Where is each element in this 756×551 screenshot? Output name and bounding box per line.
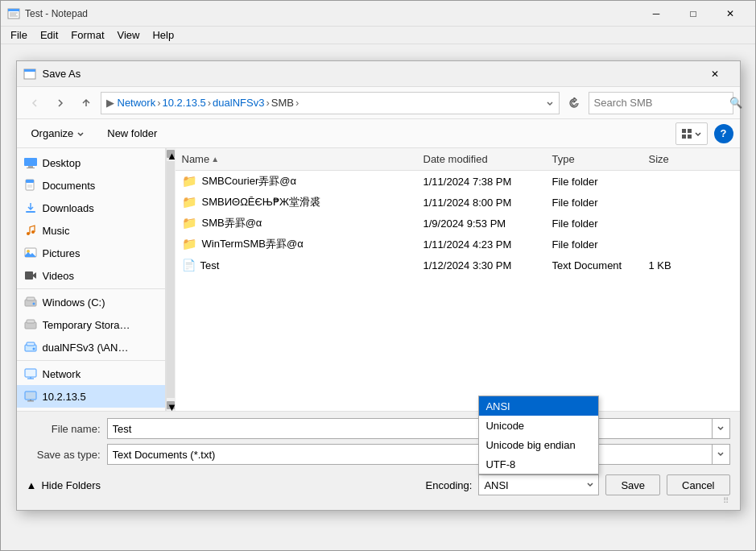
computer-icon: [23, 389, 38, 404]
close-button[interactable]: ✕: [712, 1, 749, 27]
new-folder-button[interactable]: New folder: [99, 122, 165, 145]
svg-rect-28: [27, 320, 35, 323]
maximize-button[interactable]: □: [675, 1, 712, 27]
svg-rect-12: [28, 166, 33, 168]
sidebar-item-dualnfsv3[interactable]: dualNFSv3 (\AN…: [17, 336, 165, 358]
table-row[interactable]: 📁SMB弄罫@α 1/9/2024 9:53 PM File folder: [176, 213, 740, 234]
table-row[interactable]: 📁SMBИΘΩĒЄЊ₱Ж堂滑裘 1/11/2024 8:00 PM File f…: [176, 192, 740, 213]
col-header-name[interactable]: Name ▲: [182, 153, 423, 165]
scroll-down[interactable]: ▼: [167, 401, 175, 409]
savetype-wrapper: [107, 444, 730, 465]
search-input[interactable]: [594, 97, 729, 109]
sidebar-item-documents[interactable]: Documents: [17, 174, 165, 197]
savetype-label: Save as type:: [27, 449, 107, 461]
encoding-select-wrapper: ANSI ANSI Unicode Unicode big endian UTF…: [478, 474, 599, 495]
file-list-header: Name ▲ Date modified Type Size: [176, 148, 740, 171]
bottom-row: ▲ Hide Folders Encoding: ANSI: [27, 470, 730, 497]
folder-icon: 📁: [182, 237, 197, 251]
nav-back-button[interactable]: [23, 92, 46, 114]
svg-rect-18: [26, 211, 35, 213]
encoding-area: Encoding: ANSI ANSI Unicode Unicode big …: [426, 474, 730, 495]
encoding-option-ansi[interactable]: ANSI: [479, 396, 598, 416]
menu-file[interactable]: File: [4, 27, 34, 43]
nav-refresh-button[interactable]: [563, 92, 585, 114]
encoding-option-utf8[interactable]: UTF-8: [479, 454, 598, 474]
help-button[interactable]: ?: [714, 124, 733, 143]
main-area: Desktop Documents Downloads: [17, 148, 740, 411]
pictures-icon: [23, 246, 38, 260]
col-header-size[interactable]: Size: [649, 153, 713, 165]
resize-handle[interactable]: ⠿: [27, 497, 730, 503]
sidebar-item-downloads[interactable]: Downloads: [17, 197, 165, 219]
minimize-button[interactable]: ─: [638, 1, 675, 27]
organize-button[interactable]: Organize: [23, 122, 93, 145]
cancel-button[interactable]: Cancel: [667, 474, 729, 495]
menu-edit[interactable]: Edit: [34, 27, 64, 43]
sidebar-label-ip: 10.2.13.5: [43, 391, 86, 403]
nav-up-button[interactable]: [75, 92, 97, 114]
svg-rect-32: [25, 369, 36, 377]
drive-icon: [23, 295, 38, 309]
filename-dropdown-button[interactable]: [713, 418, 730, 439]
breadcrumb-network[interactable]: Network: [118, 97, 156, 109]
nav-forward-button[interactable]: [49, 92, 72, 114]
sidebar-label-downloads: Downloads: [43, 202, 94, 214]
sidebar-item-temp-storage[interactable]: Temporary Stora…: [17, 313, 165, 336]
save-button[interactable]: Save: [605, 474, 660, 495]
search-icon: 🔍: [729, 97, 742, 109]
sidebar-label-network: Network: [43, 368, 81, 380]
encoding-select-button[interactable]: ANSI: [478, 474, 599, 495]
savetype-input[interactable]: [107, 444, 713, 465]
svg-point-26: [32, 303, 35, 305]
sidebar-item-network[interactable]: Network: [17, 362, 165, 385]
sidebar-item-music[interactable]: Music: [17, 219, 165, 242]
filename-input[interactable]: [107, 418, 713, 439]
col-header-type[interactable]: Type: [552, 153, 649, 165]
sidebar-item-desktop[interactable]: Desktop: [17, 151, 165, 174]
sidebar-item-windows-c[interactable]: Windows (C:): [17, 291, 165, 313]
hide-folders-button[interactable]: ▲ Hide Folders: [27, 479, 101, 491]
table-row[interactable]: 📁SMBCourier弄罫@α 1/11/2024 7:38 PM File f…: [176, 171, 740, 192]
documents-icon: [23, 178, 38, 193]
dialog-overlay: Save As ✕ ▶ Network › 10.2.13.5: [1, 44, 755, 550]
sidebar-divider-1: [17, 288, 165, 289]
dialog-icon: [23, 68, 36, 81]
title-bar: Test - Notepad ─ □ ✕: [1, 1, 755, 27]
view-button[interactable]: [675, 122, 708, 145]
breadcrumb-smb[interactable]: SMB: [271, 97, 294, 109]
sidebar-item-ip[interactable]: 10.2.13.5: [17, 385, 165, 408]
svg-rect-9: [682, 135, 686, 139]
sidebar-label-music: Music: [43, 225, 70, 237]
folder-icon: 📁: [182, 174, 197, 188]
svg-rect-7: [682, 129, 686, 133]
search-box[interactable]: 🔍: [589, 92, 733, 114]
col-header-date[interactable]: Date modified: [423, 153, 552, 165]
sidebar-label-documents: Documents: [43, 180, 96, 192]
sidebar: Desktop Documents Downloads: [17, 148, 166, 411]
sidebar-item-pictures[interactable]: Pictures: [17, 242, 165, 264]
sidebar-label-temp-storage: Temporary Stora…: [43, 319, 130, 331]
dialog-close-button[interactable]: ✕: [696, 62, 733, 86]
svg-rect-35: [25, 392, 36, 400]
table-row[interactable]: 📁WinTermSMB弄罫@α 1/11/2024 4:23 PM File f…: [176, 234, 740, 255]
sidebar-scrollbar[interactable]: ▲ ▼: [166, 148, 176, 411]
sidebar-item-videos[interactable]: Videos: [17, 264, 165, 287]
scroll-track: [167, 161, 175, 398]
scroll-up[interactable]: ▲: [167, 150, 175, 158]
breadcrumb-bar[interactable]: ▶ Network › 10.2.13.5 › dualNFSv3 › SMB …: [101, 92, 560, 114]
breadcrumb-dualnfs[interactable]: dualNFSv3: [213, 97, 264, 109]
filename-row: File name:: [27, 418, 730, 439]
menu-help[interactable]: Help: [146, 27, 180, 43]
menu-format[interactable]: Format: [64, 27, 110, 43]
breadcrumb-ip[interactable]: 10.2.13.5: [163, 97, 206, 109]
encoding-option-unicode[interactable]: Unicode: [479, 416, 598, 435]
menu-view[interactable]: View: [111, 27, 147, 43]
table-row[interactable]: 📄Test 1/12/2024 3:30 PM Text Document 1 …: [176, 255, 740, 276]
app-icon: [7, 7, 20, 20]
temp-drive-icon: [23, 317, 38, 332]
svg-rect-37: [27, 400, 34, 402]
network-icon: [23, 367, 38, 381]
savetype-dropdown-button[interactable]: [713, 444, 730, 465]
encoding-option-unicode-big-endian[interactable]: Unicode big endian: [479, 435, 598, 454]
sidebar-label-windows-c: Windows (C:): [43, 296, 105, 309]
